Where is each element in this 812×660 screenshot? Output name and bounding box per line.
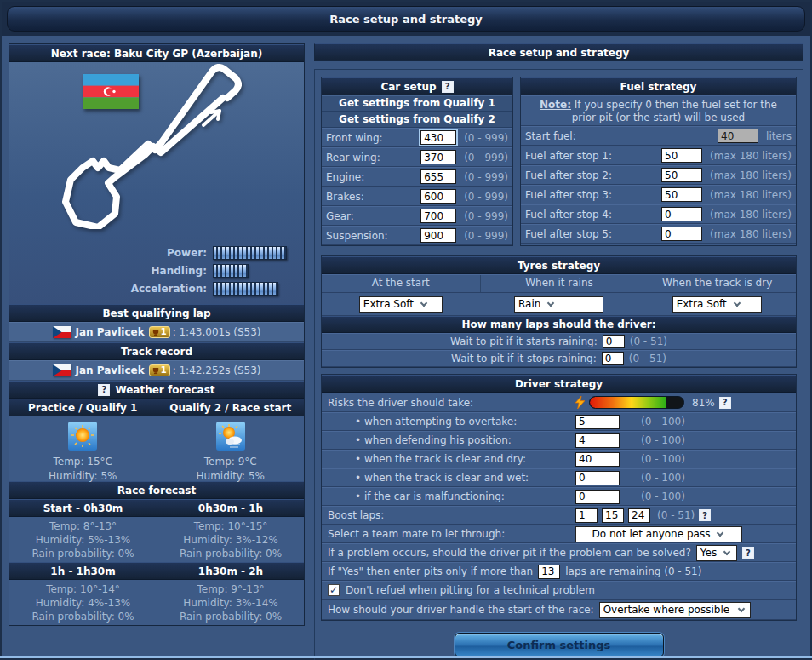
fuel-stop2-label: Fuel after stop 2:	[525, 169, 661, 181]
forecast-cell: Temp: 10°-15° Humidity: 3%-12% Rain prob…	[157, 517, 304, 562]
weather-humidity: Humidity: 5%	[9, 469, 157, 484]
risk-defend-label: • when defending his position:	[328, 434, 575, 446]
forecast-humidity: Humidity: 4%-13%	[9, 596, 157, 610]
suspension-range: (0 - 999)	[464, 230, 508, 242]
teammate-value: Do not let anyone pass	[592, 528, 711, 540]
risk-overtake-row: • when attempting to overtake: (0 - 100)	[322, 412, 796, 431]
risk-overtake-input[interactable]	[575, 415, 620, 429]
teammate-select[interactable]: Do not let anyone pass	[575, 526, 742, 542]
risk-overtake-label: • when attempting to overtake:	[328, 416, 575, 428]
risk-malfunction-range: (0 - 100)	[641, 491, 685, 502]
boost-lap1-input[interactable]	[575, 508, 598, 523]
boost-lap2-input[interactable]	[602, 508, 624, 523]
azerbaijan-flag-icon	[83, 74, 139, 109]
gear-input[interactable]	[420, 209, 456, 223]
forecast-humidity: Humidity: 3%-14%	[157, 596, 304, 610]
tyre-dry-select[interactable]: Extra Soft	[672, 296, 762, 313]
rear-wing-label: Rear wing:	[326, 152, 420, 164]
fuel-note-label: Note:	[540, 99, 571, 111]
suspension-input[interactable]	[420, 228, 456, 243]
power-bar	[213, 246, 287, 260]
risk-defend-input[interactable]	[575, 433, 620, 448]
risk-malfunction-input[interactable]	[575, 490, 620, 504]
brakes-input[interactable]	[420, 189, 456, 204]
fuel-stop2-max: (max 180 liters)	[710, 169, 792, 181]
fuel-stop2-input[interactable]	[661, 168, 702, 182]
weather-forecast-title: Weather forecast	[115, 384, 214, 396]
boost-lap3-input[interactable]	[628, 508, 650, 523]
fuel-stop1-input[interactable]	[661, 148, 702, 163]
forecast-humidity: Humidity: 3%-12%	[157, 533, 304, 547]
fuel-strategy-panel: Fuel strategy Note: If you specify 0 the…	[520, 77, 797, 246]
problem-pit-select[interactable]: Yes	[696, 545, 737, 561]
best-lap-row: Jan Pavlicek 1 : 1:43.001s (S53)	[9, 322, 304, 342]
teammate-row: Select a team mate to let through: Do no…	[322, 525, 796, 543]
chevron-down-icon	[737, 605, 744, 611]
problem-pit-row: If a problem occurs, should the driver p…	[322, 543, 796, 562]
get-settings-qualify2-button[interactable]: Get settings from Qualify 2	[322, 112, 512, 128]
wait-stops-raining-input[interactable]	[602, 352, 624, 365]
boost-range: (0 - 51)	[657, 509, 695, 521]
engine-label: Engine:	[326, 171, 420, 183]
boost-laps-row: Boost laps: (0 - 51) ?	[322, 506, 796, 525]
forecast-rain: Rain probability: 0%	[157, 547, 304, 560]
trophy-badge: 1	[149, 364, 170, 376]
engine-range: (0 - 999)	[464, 171, 508, 183]
pits-remaining-suffix: laps are remaining (0 - 51)	[565, 565, 701, 577]
suspension-label: Suspension:	[326, 230, 420, 242]
window-bottom-edge	[0, 656, 812, 658]
risk-clear-wet-label: • when the track is clear and wet:	[328, 472, 575, 484]
fuel-row-start: Start fuel: liters	[521, 126, 796, 146]
pits-remaining-input[interactable]	[538, 565, 560, 579]
tyres-selects-row: Extra Soft Rain Extra Soft	[322, 293, 796, 316]
front-wing-input[interactable]	[420, 130, 456, 145]
weather-cell-race: Temp: 9°C Humidity: 5%	[157, 416, 305, 481]
game-window: Race setup and strategy Next race: Baku …	[0, 0, 812, 660]
help-icon[interactable]: ?	[98, 384, 110, 396]
gear-range: (0 - 999)	[464, 210, 508, 222]
forecast-slot-title: 0h30m - 1h	[157, 499, 304, 517]
fuel-stop3-input[interactable]	[661, 187, 702, 202]
forecast-temp: Temp: 9°-13°	[157, 583, 304, 596]
risk-clear-dry-input[interactable]	[575, 452, 620, 467]
rear-wing-range: (0 - 999)	[464, 152, 508, 164]
next-race-panel: Next race: Baku City GP (Azerbaijan)	[9, 43, 305, 626]
trophy-badge: 1	[149, 326, 170, 338]
tyres-strategy-title: Tyres strategy	[322, 256, 796, 274]
handling-bar	[213, 264, 249, 278]
tyres-col-start-label: At the start	[322, 275, 480, 292]
weather-cells: Temp: 15°C Humidity: 5%	[9, 416, 304, 481]
tyre-start-select[interactable]: Extra Soft	[359, 296, 443, 313]
fuel-stop1-label: Fuel after stop 1:	[525, 150, 661, 162]
rear-wing-input[interactable]	[420, 150, 456, 164]
race-start-select[interactable]: Overtake where possible	[599, 602, 751, 618]
refuel-checkbox[interactable]: ✓	[328, 584, 340, 596]
get-settings-qualify1-button[interactable]: Get settings from Qualify 1	[322, 95, 512, 112]
wait-stops-raining-range: (0 - 51)	[629, 353, 666, 364]
tyre-dry-value: Extra Soft	[677, 298, 727, 310]
refuel-checkbox-label: Don't refuel when pitting for a technica…	[346, 584, 595, 596]
weather-col1-title: Practice / Qualify 1	[9, 399, 157, 416]
best-lap-driver[interactable]: Jan Pavlicek	[76, 326, 145, 338]
forecast-slot-title: 1h30m - 2h	[157, 562, 304, 580]
tyre-start-value: Extra Soft	[363, 298, 414, 310]
engine-input[interactable]	[420, 169, 456, 184]
track-record-driver[interactable]: Jan Pavlicek	[76, 364, 145, 376]
risk-defend-range: (0 - 100)	[641, 434, 685, 446]
track-record-header: Track record	[9, 342, 304, 360]
help-icon[interactable]: ?	[719, 397, 731, 409]
risk-clear-wet-input[interactable]	[575, 471, 620, 485]
help-icon[interactable]: ?	[742, 547, 754, 559]
stat-row-handling: Handling:	[9, 261, 304, 279]
track-section: Power: Handling: Acceleration:	[9, 62, 304, 304]
weather-column-headers: Practice / Qualify 1 Qualify 2 / Race st…	[9, 399, 304, 416]
help-icon[interactable]: ?	[442, 81, 454, 93]
tyre-rain-select[interactable]: Rain	[514, 296, 603, 313]
help-icon[interactable]: ?	[699, 509, 711, 521]
fuel-stop5-input[interactable]	[661, 227, 702, 241]
chevron-down-icon	[723, 548, 730, 554]
tyres-col-dry-label: When the track is dry	[638, 275, 796, 292]
fuel-stop4-input[interactable]	[661, 207, 702, 221]
confirm-settings-button[interactable]: Confirm settings	[455, 633, 664, 657]
wait-starts-raining-input[interactable]	[603, 335, 625, 348]
